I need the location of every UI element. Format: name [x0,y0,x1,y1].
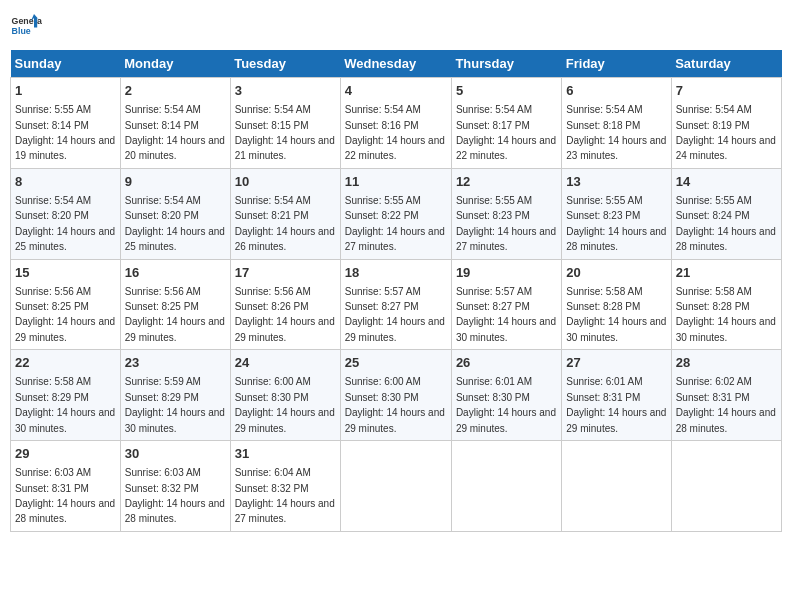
calendar-cell: 1 Sunrise: 5:55 AMSunset: 8:14 PMDayligh… [11,78,121,169]
day-info: Sunrise: 6:01 AMSunset: 8:30 PMDaylight:… [456,376,556,433]
week-row-5: 29 Sunrise: 6:03 AMSunset: 8:31 PMDaylig… [11,441,782,532]
calendar-cell: 23 Sunrise: 5:59 AMSunset: 8:29 PMDaylig… [120,350,230,441]
header-day-monday: Monday [120,50,230,78]
day-number: 4 [345,82,447,100]
day-info: Sunrise: 5:56 AMSunset: 8:25 PMDaylight:… [125,286,225,343]
calendar-cell: 28 Sunrise: 6:02 AMSunset: 8:31 PMDaylig… [671,350,781,441]
day-info: Sunrise: 5:56 AMSunset: 8:25 PMDaylight:… [15,286,115,343]
calendar-cell: 18 Sunrise: 5:57 AMSunset: 8:27 PMDaylig… [340,259,451,350]
day-info: Sunrise: 5:57 AMSunset: 8:27 PMDaylight:… [456,286,556,343]
header-day-sunday: Sunday [11,50,121,78]
header-day-friday: Friday [562,50,671,78]
calendar-cell: 15 Sunrise: 5:56 AMSunset: 8:25 PMDaylig… [11,259,121,350]
day-info: Sunrise: 6:03 AMSunset: 8:32 PMDaylight:… [125,467,225,524]
week-row-2: 8 Sunrise: 5:54 AMSunset: 8:20 PMDayligh… [11,168,782,259]
day-info: Sunrise: 5:56 AMSunset: 8:26 PMDaylight:… [235,286,335,343]
day-number: 21 [676,264,777,282]
week-row-1: 1 Sunrise: 5:55 AMSunset: 8:14 PMDayligh… [11,78,782,169]
day-info: Sunrise: 5:55 AMSunset: 8:22 PMDaylight:… [345,195,445,252]
calendar-cell: 3 Sunrise: 5:54 AMSunset: 8:15 PMDayligh… [230,78,340,169]
day-number: 30 [125,445,226,463]
calendar-cell: 2 Sunrise: 5:54 AMSunset: 8:14 PMDayligh… [120,78,230,169]
calendar-cell: 12 Sunrise: 5:55 AMSunset: 8:23 PMDaylig… [451,168,561,259]
day-info: Sunrise: 5:54 AMSunset: 8:15 PMDaylight:… [235,104,335,161]
day-info: Sunrise: 5:54 AMSunset: 8:14 PMDaylight:… [125,104,225,161]
calendar-cell: 26 Sunrise: 6:01 AMSunset: 8:30 PMDaylig… [451,350,561,441]
day-number: 1 [15,82,116,100]
calendar-cell: 27 Sunrise: 6:01 AMSunset: 8:31 PMDaylig… [562,350,671,441]
day-number: 3 [235,82,336,100]
day-info: Sunrise: 6:03 AMSunset: 8:31 PMDaylight:… [15,467,115,524]
header-day-tuesday: Tuesday [230,50,340,78]
calendar-cell: 25 Sunrise: 6:00 AMSunset: 8:30 PMDaylig… [340,350,451,441]
day-info: Sunrise: 6:02 AMSunset: 8:31 PMDaylight:… [676,376,776,433]
day-number: 22 [15,354,116,372]
day-info: Sunrise: 5:58 AMSunset: 8:29 PMDaylight:… [15,376,115,433]
calendar-cell: 6 Sunrise: 5:54 AMSunset: 8:18 PMDayligh… [562,78,671,169]
calendar-cell: 24 Sunrise: 6:00 AMSunset: 8:30 PMDaylig… [230,350,340,441]
header-day-thursday: Thursday [451,50,561,78]
week-row-3: 15 Sunrise: 5:56 AMSunset: 8:25 PMDaylig… [11,259,782,350]
day-number: 9 [125,173,226,191]
day-info: Sunrise: 5:54 AMSunset: 8:17 PMDaylight:… [456,104,556,161]
day-info: Sunrise: 5:55 AMSunset: 8:23 PMDaylight:… [456,195,556,252]
day-number: 15 [15,264,116,282]
calendar-cell [562,441,671,532]
calendar-cell: 29 Sunrise: 6:03 AMSunset: 8:31 PMDaylig… [11,441,121,532]
calendar-cell: 31 Sunrise: 6:04 AMSunset: 8:32 PMDaylig… [230,441,340,532]
day-number: 29 [15,445,116,463]
calendar-table: SundayMondayTuesdayWednesdayThursdayFrid… [10,50,782,532]
calendar-cell: 19 Sunrise: 5:57 AMSunset: 8:27 PMDaylig… [451,259,561,350]
day-number: 20 [566,264,666,282]
calendar-cell: 4 Sunrise: 5:54 AMSunset: 8:16 PMDayligh… [340,78,451,169]
calendar-cell: 14 Sunrise: 5:55 AMSunset: 8:24 PMDaylig… [671,168,781,259]
calendar-cell: 17 Sunrise: 5:56 AMSunset: 8:26 PMDaylig… [230,259,340,350]
day-number: 24 [235,354,336,372]
svg-text:Blue: Blue [12,26,31,36]
calendar-cell: 16 Sunrise: 5:56 AMSunset: 8:25 PMDaylig… [120,259,230,350]
day-number: 25 [345,354,447,372]
day-number: 28 [676,354,777,372]
day-info: Sunrise: 5:54 AMSunset: 8:21 PMDaylight:… [235,195,335,252]
day-info: Sunrise: 5:59 AMSunset: 8:29 PMDaylight:… [125,376,225,433]
day-info: Sunrise: 6:01 AMSunset: 8:31 PMDaylight:… [566,376,666,433]
day-info: Sunrise: 5:55 AMSunset: 8:24 PMDaylight:… [676,195,776,252]
day-number: 13 [566,173,666,191]
day-info: Sunrise: 5:58 AMSunset: 8:28 PMDaylight:… [566,286,666,343]
calendar-cell [671,441,781,532]
day-number: 5 [456,82,557,100]
day-number: 23 [125,354,226,372]
day-number: 27 [566,354,666,372]
day-info: Sunrise: 5:55 AMSunset: 8:23 PMDaylight:… [566,195,666,252]
day-number: 16 [125,264,226,282]
calendar-cell: 7 Sunrise: 5:54 AMSunset: 8:19 PMDayligh… [671,78,781,169]
day-number: 18 [345,264,447,282]
header: General Blue [10,10,782,42]
calendar-cell [451,441,561,532]
day-number: 14 [676,173,777,191]
day-number: 7 [676,82,777,100]
day-number: 11 [345,173,447,191]
calendar-cell: 20 Sunrise: 5:58 AMSunset: 8:28 PMDaylig… [562,259,671,350]
header-day-wednesday: Wednesday [340,50,451,78]
day-number: 2 [125,82,226,100]
calendar-cell: 22 Sunrise: 5:58 AMSunset: 8:29 PMDaylig… [11,350,121,441]
day-info: Sunrise: 6:00 AMSunset: 8:30 PMDaylight:… [235,376,335,433]
day-info: Sunrise: 5:54 AMSunset: 8:19 PMDaylight:… [676,104,776,161]
day-number: 12 [456,173,557,191]
calendar-cell: 8 Sunrise: 5:54 AMSunset: 8:20 PMDayligh… [11,168,121,259]
header-row: SundayMondayTuesdayWednesdayThursdayFrid… [11,50,782,78]
day-number: 8 [15,173,116,191]
day-info: Sunrise: 6:00 AMSunset: 8:30 PMDaylight:… [345,376,445,433]
day-info: Sunrise: 5:57 AMSunset: 8:27 PMDaylight:… [345,286,445,343]
calendar-cell [340,441,451,532]
calendar-cell: 9 Sunrise: 5:54 AMSunset: 8:20 PMDayligh… [120,168,230,259]
calendar-cell: 30 Sunrise: 6:03 AMSunset: 8:32 PMDaylig… [120,441,230,532]
header-day-saturday: Saturday [671,50,781,78]
calendar-cell: 5 Sunrise: 5:54 AMSunset: 8:17 PMDayligh… [451,78,561,169]
day-info: Sunrise: 5:55 AMSunset: 8:14 PMDaylight:… [15,104,115,161]
calendar-cell: 13 Sunrise: 5:55 AMSunset: 8:23 PMDaylig… [562,168,671,259]
day-number: 17 [235,264,336,282]
day-number: 31 [235,445,336,463]
day-info: Sunrise: 5:54 AMSunset: 8:16 PMDaylight:… [345,104,445,161]
